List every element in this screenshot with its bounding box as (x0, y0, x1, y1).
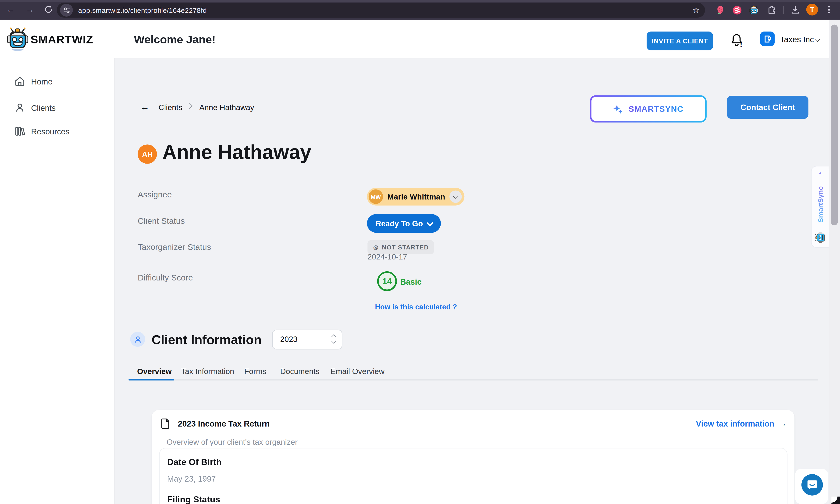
browser-back-icon[interactable]: ← (6, 5, 15, 14)
assignee-avatar: MW (368, 190, 383, 204)
resources-library-icon (15, 126, 25, 137)
organizer-overview-panel: Date Of Birth May 23, 1997 Filing Status (159, 448, 787, 504)
client-avatar: AH (138, 144, 157, 164)
how-calculated-link[interactable]: How is this calculated ? (375, 303, 457, 311)
back-arrow-icon[interactable]: ← (140, 102, 150, 113)
dob-label: Date Of Birth (167, 457, 222, 467)
screen: ← → app.smartwiz.io/clientprofile/164e22… (0, 0, 840, 504)
clients-person-icon (15, 102, 25, 113)
app-header: SMARTWIZ Welcome Jane! INVITE A CLIENT !… (0, 20, 840, 58)
tabs-divider (128, 379, 818, 381)
scrollbar-thumb[interactable] (831, 24, 838, 225)
active-tab-indicator (128, 379, 174, 381)
tab-documents[interactable]: Documents (280, 367, 319, 376)
sidebar-item-home[interactable]: Home (0, 73, 114, 89)
organization-chevron-icon[interactable] (815, 37, 820, 42)
tab-forms[interactable]: Forms (244, 367, 266, 376)
extension-robot-icon[interactable] (749, 5, 759, 15)
tax-year-value: 2023 (280, 335, 297, 344)
client-name-title: Anne Hathaway (162, 141, 311, 164)
client-info-icon (130, 332, 145, 347)
assignee-name: Marie Whittman (387, 192, 445, 201)
tab-email-overview[interactable]: Email Overview (330, 367, 384, 376)
status-chevron-icon (427, 219, 433, 226)
difficulty-score-value: 14 (377, 271, 397, 291)
select-stepper-icon (332, 335, 336, 343)
browser-menu-icon[interactable] (828, 6, 830, 13)
difficulty-score-label: Difficulty Score (138, 273, 193, 283)
assignee-dropdown[interactable]: MW Marie Whittman (367, 188, 464, 205)
contact-client-button[interactable]: Contact Client (727, 96, 808, 119)
assignee-label: Assignee (138, 190, 172, 199)
breadcrumb-clients[interactable]: Clients (159, 103, 183, 112)
sidebar-item-clients[interactable]: Clients (0, 100, 114, 116)
chat-bubble-icon (806, 479, 818, 491)
smartwiz-logo-icon (7, 27, 29, 51)
smartsync-label: SMARTSYNC (628, 104, 683, 114)
sparkles-icon (613, 104, 624, 114)
browser-profile-avatar[interactable]: T (806, 4, 818, 15)
bookmark-star-icon[interactable]: ☆ (692, 5, 700, 15)
home-icon (15, 76, 25, 87)
dob-value: May 23, 1997 (167, 474, 216, 483)
breadcrumb-chevron-icon (187, 103, 193, 109)
sidebar-item-label: Home (31, 77, 53, 86)
browser-forward-icon[interactable]: → (26, 5, 34, 14)
url-text[interactable]: app.smartwiz.io/clientprofile/164e2278fd (78, 6, 207, 15)
breadcrumb-current: Anne Hathaway (199, 103, 254, 112)
invite-client-button[interactable]: INVITE A CLIENT (647, 32, 713, 50)
tax-year-select[interactable]: 2023 (272, 330, 342, 349)
extension-strawberry-icon[interactable] (715, 5, 725, 15)
browser-reload-icon[interactable] (44, 5, 53, 14)
smartsync-side-tab[interactable]: ✦ SmartSync (811, 166, 829, 248)
extension-stripes-icon[interactable] (732, 5, 742, 15)
assignee-chevron-icon[interactable] (449, 191, 462, 203)
taxorganizer-date: 2024-10-17 (367, 252, 407, 261)
organization-icon[interactable] (760, 32, 775, 46)
not-started-icon: ⊗ (373, 243, 379, 251)
browser-chrome: ← → app.smartwiz.io/clientprofile/164e22… (0, 0, 840, 20)
client-status-label: Client Status (138, 216, 185, 226)
tax-return-card: 2023 Income Tax Return View tax informat… (152, 410, 794, 504)
document-icon (161, 418, 170, 429)
welcome-text: Welcome Jane! (134, 33, 216, 46)
smartsync-button[interactable]: SMARTSYNC (590, 95, 707, 123)
chat-launcher-button[interactable] (802, 474, 823, 496)
browser-top-strip (0, 0, 840, 2)
sidebar-item-resources[interactable]: Resources (0, 123, 114, 139)
view-tax-information-link[interactable]: View tax information (696, 419, 774, 428)
bell-alert-badge: ! (740, 40, 742, 48)
taxorganizer-status-label: Taxorganizer Status (138, 242, 211, 252)
taxorganizer-status-badge: ⊗ NOT STARTED (367, 240, 434, 254)
smartsync-side-label: SmartSync (816, 186, 824, 222)
filing-status-label: Filing Status (167, 494, 220, 504)
organization-name[interactable]: Taxes Inc (780, 35, 814, 44)
brand-wordmark: SMARTWIZ (31, 33, 93, 46)
downloads-icon[interactable] (790, 5, 801, 15)
window-corner (832, 497, 840, 504)
tab-tax-information[interactable]: Tax Information (181, 367, 234, 376)
client-status-dropdown[interactable]: Ready To Go (367, 214, 441, 233)
toolbar-divider (783, 6, 784, 14)
extensions-puzzle-icon[interactable] (767, 5, 777, 15)
smartsync-robot-icon (815, 232, 825, 243)
difficulty-level: Basic (400, 277, 422, 286)
client-information-title: Client Information (152, 332, 262, 347)
link-arrow-icon[interactable]: → (777, 418, 787, 429)
sidebar: Home Clients Resources ? Support (0, 58, 115, 504)
card-title: 2023 Income Tax Return (178, 419, 270, 428)
card-subtitle: Overview of your client's tax organizer (167, 438, 297, 446)
client-status-value: Ready To Go (376, 219, 423, 228)
sparkle-icon: ✦ (818, 171, 822, 176)
sidebar-item-label: Resources (31, 126, 69, 136)
site-settings-icon[interactable] (60, 4, 73, 17)
taxorganizer-badge-text: NOT STARTED (382, 244, 429, 251)
tab-overview[interactable]: Overview (137, 367, 172, 376)
notifications-bell-icon[interactable]: ! (730, 33, 744, 48)
url-bar[interactable]: app.smartwiz.io/clientprofile/164e2278fd… (57, 3, 705, 18)
sidebar-item-label: Clients (31, 103, 56, 112)
